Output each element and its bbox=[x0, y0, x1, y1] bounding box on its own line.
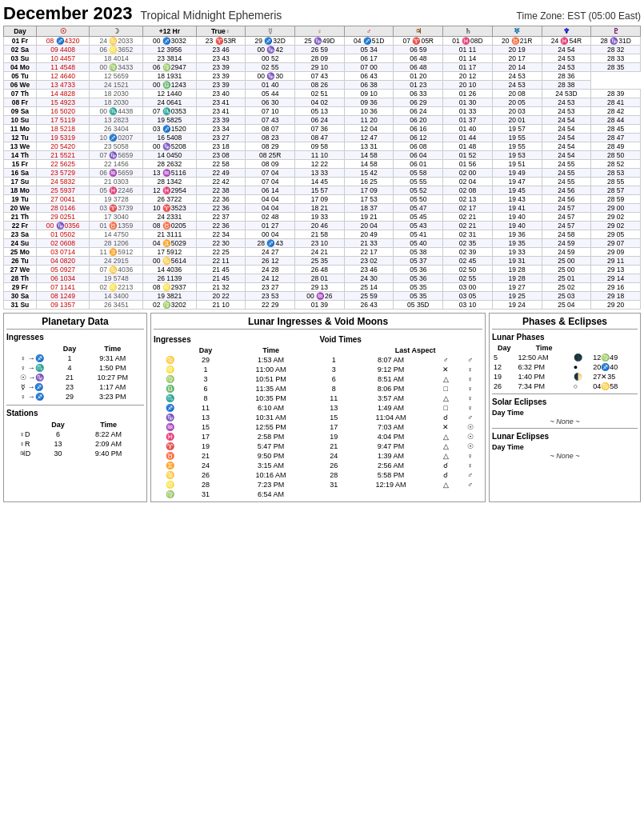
void-row: 194:04 PM△☉ bbox=[320, 432, 483, 441]
table-cell: 01 39 bbox=[295, 301, 345, 310]
table-cell: 16 Sa bbox=[4, 169, 37, 178]
table-cell: 19 35 bbox=[492, 239, 542, 248]
table-row: 16 Sa23 572906 ♒565913 ♒511622 4907 0413… bbox=[4, 169, 641, 178]
li-cell: 1 bbox=[186, 365, 226, 374]
table-cell: 07 Th bbox=[4, 90, 37, 98]
void-cell: ♂ bbox=[458, 480, 482, 489]
table-cell: 19 40 bbox=[492, 222, 542, 230]
table-cell: 10 ♈3523 bbox=[143, 204, 197, 213]
ingress-cell: ♀ →♐ bbox=[8, 354, 57, 362]
table-cell: 29 18 bbox=[591, 292, 641, 301]
table-cell: 28 32 bbox=[591, 46, 641, 54]
li-cell: 3:15 AM bbox=[226, 461, 317, 470]
table-row: 02 Sa09 440806 ♌365212 395623 4600 ♑4226… bbox=[4, 46, 641, 54]
table-cell: 24 2915 bbox=[90, 257, 143, 266]
table-cell: 22 11 bbox=[196, 257, 246, 266]
ingress-row: ♀ →♐293:23 PM bbox=[8, 393, 142, 401]
table-cell: 24 28 bbox=[246, 266, 295, 274]
table-cell: 24 55 bbox=[542, 160, 591, 169]
li-cell: 7:23 PM bbox=[226, 480, 317, 489]
li-cell: 6:10 AM bbox=[226, 403, 317, 413]
phase-row: 267:34 PM○04♋58 bbox=[492, 382, 638, 391]
table-cell: 16 25 bbox=[344, 178, 394, 186]
table-cell: 02 31 bbox=[443, 230, 493, 239]
table-cell: 29 13 bbox=[591, 266, 641, 274]
table-cell: 06 ♍2947 bbox=[143, 63, 197, 72]
table-cell: 14 0450 bbox=[143, 151, 197, 160]
table-cell: 28 2632 bbox=[143, 160, 197, 169]
table-cell: 22 49 bbox=[196, 169, 246, 178]
table-cell: 25 14 bbox=[344, 283, 394, 292]
table-cell: 06 29 bbox=[394, 98, 443, 107]
li-cell: 17 bbox=[186, 432, 226, 441]
table-cell: 23 ♈53R bbox=[196, 37, 246, 46]
ingress-cell: 9:31 AM bbox=[82, 354, 142, 362]
table-cell: 09 4408 bbox=[36, 46, 90, 54]
ingress-row: ☉ →♑2110:27 PM bbox=[8, 374, 142, 382]
li-cell: ♎ bbox=[154, 384, 186, 394]
table-cell: 17 09 bbox=[295, 195, 345, 204]
table-cell: 08 Fr bbox=[4, 98, 37, 107]
table-cell: 24 56 bbox=[542, 186, 591, 195]
table-cell: 01 26 bbox=[443, 90, 493, 98]
void-cell: 8:07 AM bbox=[348, 355, 434, 365]
table-cell: 20 46 bbox=[295, 222, 345, 230]
table-cell: 01 44 bbox=[443, 134, 493, 142]
table-cell: 06 17 bbox=[344, 54, 394, 63]
table-row: 04 Mo11 454800 ♍343306 ♍294723 3902 5529… bbox=[4, 63, 641, 72]
table-cell: 12 1440 bbox=[143, 90, 197, 98]
li-ingresses-table: DayTime ♋291:53 AM♌111:00 AM♍310:51 PM♎6… bbox=[154, 346, 317, 499]
li-cell: 5:47 PM bbox=[226, 441, 317, 451]
col-saturn: ♄ bbox=[443, 26, 493, 37]
table-cell: 26 43 bbox=[344, 301, 394, 310]
void-cell: 3 bbox=[320, 365, 349, 374]
table-cell: 02 0608 bbox=[36, 239, 90, 248]
table-cell: 08 47 bbox=[295, 134, 345, 142]
table-row: 03 Su10 445718 401423 381423 4300 5228 0… bbox=[4, 54, 641, 63]
table-cell: 21 3111 bbox=[143, 230, 197, 239]
lunar-ingresses-title: Lunar Ingresses & Void Moons bbox=[154, 316, 482, 330]
table-cell: 25 5937 bbox=[36, 186, 90, 195]
phase-cell: 12 bbox=[492, 362, 516, 372]
table-cell: 06 24 bbox=[295, 116, 345, 125]
table-cell: 28 47 bbox=[591, 134, 641, 142]
table-row: 28 Th06 103419 574826 113921 4524 1228 0… bbox=[4, 274, 641, 283]
station-row: ♀D68:22 AM bbox=[8, 430, 142, 438]
table-cell: 05 37 bbox=[394, 257, 443, 266]
table-cell: 17 5912 bbox=[143, 248, 197, 257]
table-row: 06 We13 473324 152100 ♎124323 3901 4008 … bbox=[4, 81, 641, 90]
table-cell: 20 We bbox=[4, 204, 37, 213]
table-cell: 29 10 bbox=[295, 63, 345, 72]
table-cell: 06 24 bbox=[394, 107, 443, 116]
ingress-cell: ♀ →♏ bbox=[8, 364, 57, 372]
table-cell: 11 4548 bbox=[36, 63, 90, 72]
col-jupiter: ♃ bbox=[394, 26, 443, 37]
phase-cell: 27✕35 bbox=[591, 372, 638, 382]
lunar-day-time: Day Time bbox=[492, 442, 638, 452]
li-cell: 11:00 AM bbox=[226, 365, 317, 374]
table-cell: 24 59 bbox=[542, 248, 591, 257]
table-cell: 23 39 bbox=[196, 72, 246, 81]
table-row: 31 Su09 135726 345102 ♍320221 1022 2901 … bbox=[4, 301, 641, 310]
table-cell: 01 Fr bbox=[4, 37, 37, 46]
void-cell: ♂ bbox=[458, 413, 482, 422]
table-cell: 29 ♐32D bbox=[246, 37, 295, 46]
table-cell: 01 30 bbox=[443, 98, 493, 107]
void-cell: 7:03 AM bbox=[348, 422, 434, 432]
table-cell: 19 55 bbox=[492, 142, 542, 151]
table-cell: 05 0927 bbox=[36, 266, 90, 274]
table-cell: 24 0641 bbox=[143, 98, 197, 107]
li-container: Ingresses DayTime ♋291:53 AM♌111:00 AM♍3… bbox=[154, 332, 482, 499]
table-cell: 23 27 bbox=[196, 134, 246, 142]
table-cell: 02 51 bbox=[295, 90, 345, 98]
void-row: 68:51 AM△♀ bbox=[320, 374, 483, 384]
li-row: ♋2610:16 AM bbox=[154, 470, 317, 480]
void-cell: 4:04 PM bbox=[348, 432, 434, 441]
table-cell: 05 36 bbox=[394, 274, 443, 283]
table-cell: 28 52 bbox=[591, 160, 641, 169]
table-cell: 05 34 bbox=[344, 46, 394, 54]
li-cell: 8 bbox=[186, 394, 226, 403]
table-row: 26 Tu04 082024 291500 ♋561422 1126 1225 … bbox=[4, 257, 641, 266]
table-row: 15 Fr22 562522 145628 263222 5808 0912 2… bbox=[4, 160, 641, 169]
table-cell: 24 53 bbox=[542, 98, 591, 107]
